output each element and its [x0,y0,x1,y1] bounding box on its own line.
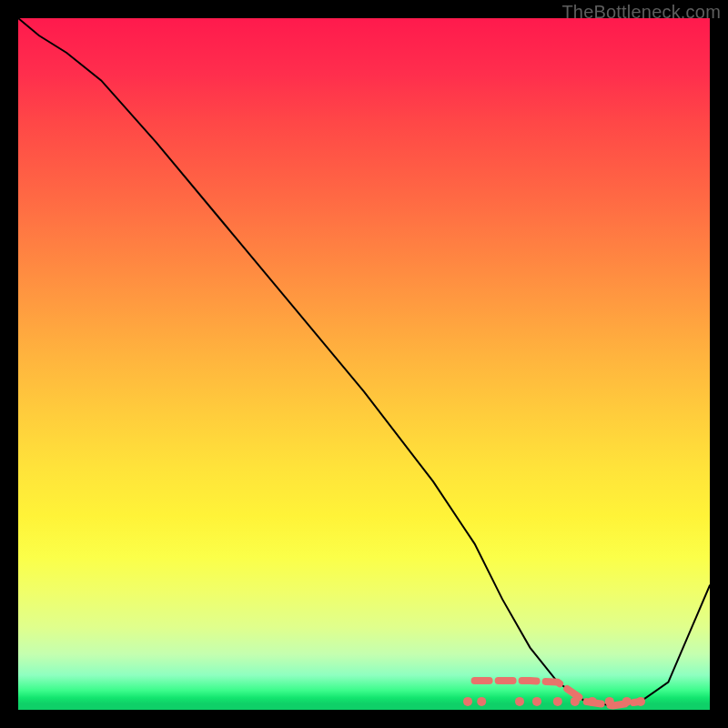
highlight-dot [463,697,472,706]
watermark-label: TheBottleneck.com [561,2,721,23]
highlight-dot [532,697,541,706]
plot-area [18,18,710,710]
chart-stage: TheBottleneck.com [0,0,728,728]
highlight-dot [588,697,597,706]
highlight-dot [515,697,524,706]
highlight-dot [636,697,645,706]
highlight-dot [571,697,580,706]
highlight-dot [605,697,614,706]
bottleneck-curve [18,18,710,705]
highlight-dots [463,697,645,706]
highlight-dot [477,697,486,706]
highlight-segment [475,681,641,705]
curve-group [18,18,710,706]
highlight-dot [553,697,562,706]
curve-svg [18,18,710,710]
highlight-dot [622,697,632,706]
